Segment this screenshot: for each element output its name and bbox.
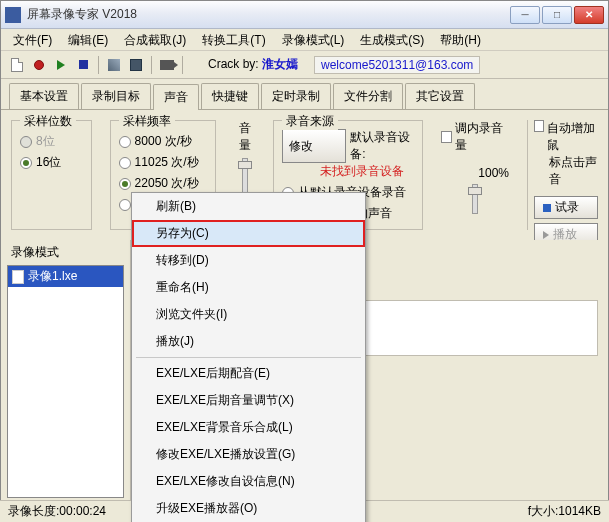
status-length: 录像长度:00:00:24 <box>8 503 106 520</box>
slider-thumb[interactable] <box>468 187 482 195</box>
ctx-refresh[interactable]: 刷新(B) <box>132 193 365 220</box>
default-device-label: 默认录音设备: <box>350 129 414 163</box>
try-record-button[interactable]: 试录 <box>534 196 598 219</box>
menu-genmode[interactable]: 生成模式(S) <box>352 29 432 50</box>
ctx-separator <box>136 357 361 358</box>
tab-basic[interactable]: 基本设置 <box>9 83 79 109</box>
camera-icon <box>160 60 174 70</box>
context-menu: 刷新(B) 另存为(C) 转移到(D) 重命名(H) 浏览文件夹(I) 播放(J… <box>131 192 366 522</box>
play-button[interactable] <box>51 55 71 75</box>
ctx-upgrade[interactable]: 升级EXE播放器(O) <box>132 495 365 522</box>
tab-split[interactable]: 文件分割 <box>333 83 403 109</box>
ctx-dub[interactable]: EXE/LXE后期配音(E) <box>132 360 365 387</box>
chk-autogain[interactable] <box>534 120 544 132</box>
bitdepth-title: 采样位数 <box>20 113 76 130</box>
play-icon <box>543 231 549 239</box>
stop-button[interactable] <box>73 55 93 75</box>
volume-title: 音量 <box>234 120 255 154</box>
stop-icon <box>79 60 88 69</box>
ctx-selfinfo[interactable]: EXE/LXE修改自设信息(N) <box>132 468 365 495</box>
radio-22050[interactable] <box>119 178 131 190</box>
device-not-found: 未找到录音设备 <box>320 163 414 180</box>
source-title: 录音来源 <box>282 113 338 130</box>
radio-8bit <box>20 136 32 148</box>
tools-icon <box>108 59 120 71</box>
play-icon <box>57 60 65 70</box>
file-name: 录像1.lxe <box>28 268 77 285</box>
tab-timer[interactable]: 定时录制 <box>261 83 331 109</box>
rate-8000-label: 8000 次/秒 <box>135 133 192 150</box>
ctx-voladj[interactable]: EXE/LXE后期音量调节(X) <box>132 387 365 414</box>
ctx-rename[interactable]: 重命名(H) <box>132 274 365 301</box>
menu-file[interactable]: 文件(F) <box>5 29 60 50</box>
inner-vol-pct: 100% <box>441 166 509 180</box>
menu-help[interactable]: 帮助(H) <box>432 29 489 50</box>
rate-22050-label: 22050 次/秒 <box>135 175 199 192</box>
radio-11025[interactable] <box>119 157 131 169</box>
maximize-button[interactable]: □ <box>542 6 572 24</box>
menu-convert[interactable]: 转换工具(T) <box>194 29 273 50</box>
close-button[interactable]: ✕ <box>574 6 604 24</box>
menu-edit[interactable]: 编辑(E) <box>60 29 116 50</box>
welcome-email[interactable]: welcome5201311@163.com <box>314 56 480 74</box>
ctx-browse[interactable]: 浏览文件夹(I) <box>132 301 365 328</box>
chk-inner-vol[interactable] <box>441 131 452 143</box>
crack-label: Crack by: 淮女嫣 <box>208 56 298 73</box>
samplerate-title: 采样频率 <box>119 113 175 130</box>
record-button[interactable] <box>29 55 49 75</box>
radio-8000[interactable] <box>119 136 131 148</box>
status-size: f大小:1014KB <box>528 503 601 520</box>
ctx-bgm[interactable]: EXE/LXE背景音乐合成(L) <box>132 414 365 441</box>
tab-other[interactable]: 其它设置 <box>405 83 475 109</box>
app-icon <box>5 7 21 23</box>
menubar: 文件(F) 编辑(E) 合成截取(J) 转换工具(T) 录像模式(L) 生成模式… <box>1 29 608 51</box>
tools-button[interactable] <box>104 55 124 75</box>
separator <box>151 56 152 74</box>
ctx-play[interactable]: 播放(J) <box>132 328 365 355</box>
radio-16bit[interactable] <box>20 157 32 169</box>
autogain-l1: 自动增加鼠 <box>547 120 598 154</box>
ctx-playset[interactable]: 修改EXE/LXE播放设置(G) <box>132 441 365 468</box>
modify-button[interactable]: 修改 <box>282 129 346 163</box>
file-list[interactable]: 录像1.lxe <box>7 265 124 498</box>
record-icon <box>34 60 44 70</box>
sidebar-title: 录像模式 <box>1 240 130 263</box>
crack-name: 淮女嫣 <box>262 57 298 71</box>
tab-hotkey[interactable]: 快捷键 <box>201 83 259 109</box>
rate-11025-label: 11025 次/秒 <box>135 154 199 171</box>
radio-44100[interactable] <box>119 199 131 211</box>
inner-vol-slider[interactable] <box>472 184 478 214</box>
ctx-moveto[interactable]: 转移到(D) <box>132 247 365 274</box>
ctx-saveas[interactable]: 另存为(C) <box>132 220 365 247</box>
file-item-selected[interactable]: 录像1.lxe <box>8 266 123 287</box>
floppy-icon <box>130 59 142 71</box>
minimize-button[interactable]: ─ <box>510 6 540 24</box>
bitdepth-8bit-label: 8位 <box>36 133 55 150</box>
save-button[interactable] <box>126 55 146 75</box>
menu-recordmode[interactable]: 录像模式(L) <box>274 29 353 50</box>
square-icon <box>543 204 551 212</box>
separator <box>98 56 99 74</box>
menu-compose[interactable]: 合成截取(J) <box>116 29 194 50</box>
bitdepth-16bit-label: 16位 <box>36 154 61 171</box>
inner-vol-label: 调内录音量 <box>455 120 509 154</box>
camera-button[interactable] <box>157 55 177 75</box>
tab-target[interactable]: 录制目标 <box>81 83 151 109</box>
file-icon <box>12 270 24 284</box>
slider-thumb[interactable] <box>238 161 252 169</box>
separator <box>182 56 183 74</box>
autogain-l2: 标点击声音 <box>549 154 598 188</box>
document-icon <box>11 58 23 72</box>
window-title: 屏幕录像专家 V2018 <box>27 6 510 23</box>
new-doc-button[interactable] <box>7 55 27 75</box>
tab-sound[interactable]: 声音 <box>153 84 199 110</box>
